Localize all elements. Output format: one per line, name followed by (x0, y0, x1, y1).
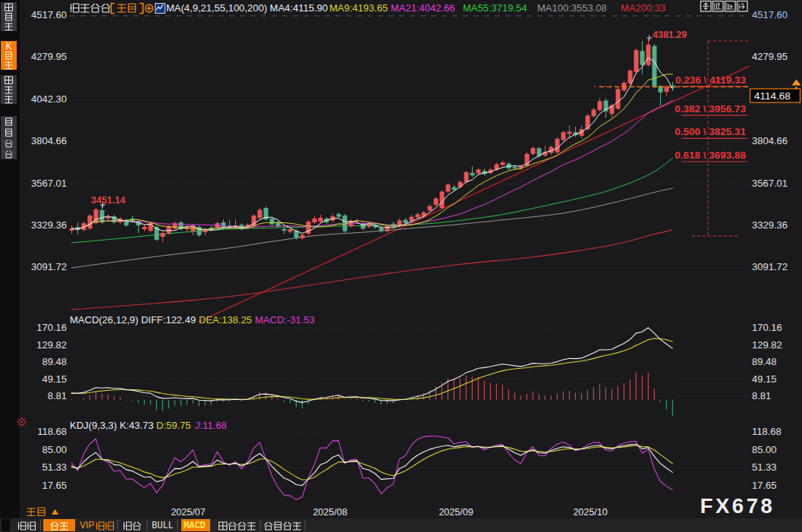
svg-text:8.81: 8.81 (752, 390, 771, 401)
svg-text:MACD(26,12,9) DIFF:122.49: MACD(26,12,9) DIFF:122.49 (70, 314, 196, 326)
svg-text:4114.68: 4114.68 (754, 90, 791, 102)
svg-text:MACD:-31.53: MACD:-31.53 (255, 314, 315, 326)
svg-text:4381.29: 4381.29 (653, 30, 687, 40)
svg-text:3804.66: 3804.66 (31, 135, 67, 146)
svg-text:118.68: 118.68 (752, 426, 782, 437)
svg-text:4279.95: 4279.95 (752, 51, 788, 62)
svg-text:3567.01: 3567.01 (31, 178, 67, 189)
svg-text:89.48: 89.48 (42, 356, 67, 367)
svg-text:0.236 \ 4119.33: 0.236 \ 4119.33 (675, 74, 747, 86)
svg-text:3804.66: 3804.66 (752, 135, 788, 146)
svg-text:J:11.68: J:11.68 (195, 420, 227, 431)
svg-text:3091.72: 3091.72 (31, 261, 67, 272)
svg-text:17.65: 17.65 (752, 480, 777, 491)
svg-text:49.15: 49.15 (42, 373, 67, 385)
svg-text:118.68: 118.68 (37, 426, 67, 437)
svg-text:3329.36: 3329.36 (752, 219, 788, 231)
svg-text:85.00: 85.00 (42, 444, 67, 455)
svg-text:4517.60: 4517.60 (752, 9, 788, 20)
svg-text:8.81: 8.81 (48, 390, 67, 401)
svg-text:MA(4,9,21,55,100,200) MA4:4115: MA(4,9,21,55,100,200) MA4:4115.90 (166, 2, 328, 14)
svg-text:3451.14: 3451.14 (91, 195, 125, 206)
svg-text:170.16: 170.16 (752, 322, 782, 333)
svg-text:FX678: FX678 (700, 494, 775, 518)
svg-text:0.500 \ 3825.31: 0.500 \ 3825.31 (675, 126, 746, 137)
svg-text:3567.01: 3567.01 (752, 178, 788, 189)
svg-text:0.618 \ 3693.88: 0.618 \ 3693.88 (675, 150, 746, 161)
svg-text:MA21:4042.66: MA21:4042.66 (391, 2, 455, 14)
svg-text:4279.95: 4279.95 (31, 51, 67, 62)
svg-text:DEA:138.25: DEA:138.25 (199, 314, 252, 326)
svg-text:VIP: VIP (80, 520, 94, 530)
svg-text:89.48: 89.48 (752, 356, 777, 367)
svg-text:4517.60: 4517.60 (31, 9, 67, 20)
svg-text:129.82: 129.82 (752, 339, 782, 351)
svg-text:51.33: 51.33 (752, 461, 777, 473)
svg-text:49.15: 49.15 (752, 373, 777, 385)
svg-text:2025/07: 2025/07 (171, 507, 205, 518)
svg-text:17.65: 17.65 (42, 480, 67, 491)
svg-text:MA9:4193.65: MA9:4193.65 (329, 2, 388, 14)
svg-text:3329.36: 3329.36 (31, 219, 67, 231)
svg-text:K: K (5, 41, 11, 52)
svg-text:0.382 \ 3956.73: 0.382 \ 3956.73 (675, 103, 746, 115)
svg-text:2025/10: 2025/10 (573, 507, 607, 518)
svg-text:MACD: MACD (184, 521, 206, 531)
svg-text:3091.72: 3091.72 (752, 261, 788, 272)
svg-text:MA200:33: MA200:33 (621, 2, 665, 14)
svg-text:D:59.75: D:59.75 (156, 420, 191, 431)
svg-text:MA100:3553.08: MA100:3553.08 (537, 2, 607, 14)
svg-text:2025/08: 2025/08 (313, 507, 347, 518)
svg-text:129.82: 129.82 (36, 339, 67, 351)
svg-text:170.16: 170.16 (36, 322, 67, 333)
svg-text:51.33: 51.33 (42, 461, 67, 473)
svg-text:85.00: 85.00 (752, 444, 777, 455)
svg-text:BULL: BULL (152, 521, 174, 531)
svg-text:2025/09: 2025/09 (439, 507, 473, 518)
svg-text:MA55:3719.54: MA55:3719.54 (463, 2, 527, 14)
svg-text:KDJ(9,3,3) K:43.73: KDJ(9,3,3) K:43.73 (70, 420, 154, 431)
svg-text:4042.30: 4042.30 (31, 93, 67, 105)
